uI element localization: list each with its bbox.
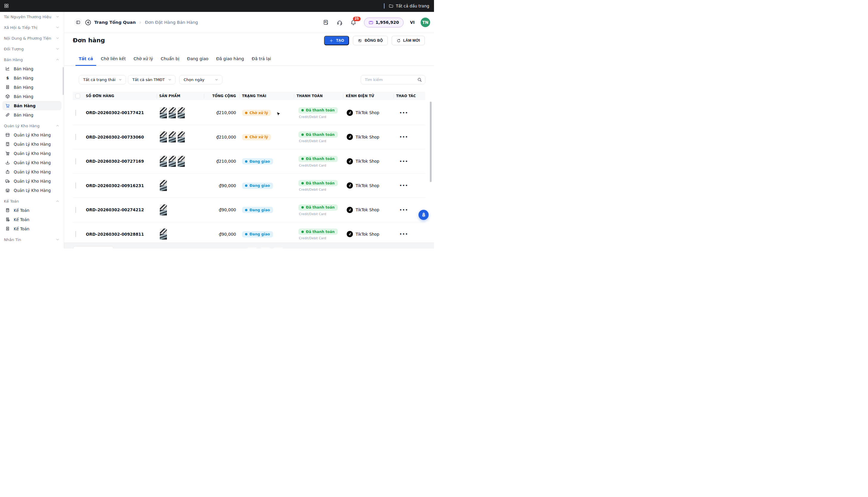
sidebar-section-header[interactable]: Quản Lý Kho Hàng — [0, 121, 64, 130]
marketplace-filter-dropdown[interactable]: Tất cả sàn TMĐT — [128, 75, 176, 84]
search-input[interactable] — [365, 77, 417, 82]
payment-badge: Đã thanh toán — [298, 180, 338, 186]
row-actions-menu[interactable]: ••• — [393, 159, 425, 164]
tab-đã-trả-lại[interactable]: Đã trả lại — [248, 56, 275, 66]
table-scrollbar[interactable] — [430, 102, 432, 182]
bookmarks-folder-label[interactable]: Tất cả dấu trang — [396, 3, 434, 8]
sidebar-section: Đối Tượng — [0, 44, 64, 53]
tab-chờ-liên-kết[interactable]: Chờ liên kết — [97, 56, 130, 66]
table-row[interactable]: ORD-20260302-00727169 ₫210,000 Đang giao… — [73, 149, 425, 174]
table-row[interactable]: ORD-20260302-00916231 ₫90,000 Đang giao … — [73, 174, 425, 198]
pagination-button[interactable] — [273, 247, 284, 248]
row-checkbox[interactable] — [75, 134, 76, 140]
product-thumbnail — [160, 229, 167, 240]
channel-label: TikTok Shop — [355, 208, 379, 212]
sidebar-item-icon — [5, 217, 10, 222]
row-checkbox[interactable] — [75, 110, 76, 116]
chevron-icon — [55, 36, 60, 40]
apps-grid-icon[interactable] — [4, 3, 9, 8]
sidebar-item[interactable]: Quản Lý Kho Hàng — [2, 186, 61, 195]
tab-chờ-xử-lý[interactable]: Chờ xử lý — [130, 56, 157, 66]
sidebar-item[interactable]: Kế Toán — [2, 205, 61, 215]
sync-icon — [358, 39, 362, 43]
status-dot-icon — [245, 136, 248, 138]
sidebar-item[interactable]: Kế Toán — [2, 224, 61, 233]
pagination-button[interactable] — [247, 247, 257, 248]
sidebar-item[interactable]: Bán Hàng — [2, 110, 61, 119]
row-checkbox[interactable] — [75, 207, 76, 213]
sidebar-item[interactable]: Bán Hàng — [2, 101, 61, 110]
page-size-selector[interactable] — [73, 246, 114, 248]
tab-tất-cả[interactable]: Tất cả — [75, 56, 97, 66]
plus-icon — [329, 39, 334, 43]
select-all-checkbox[interactable] — [75, 94, 80, 98]
product-thumbnails — [156, 107, 204, 118]
payment-method: Credit/Debit Card — [298, 212, 343, 216]
back-button[interactable] — [85, 19, 92, 26]
credits-pill[interactable]: 1,956,920 — [364, 18, 404, 27]
refresh-button[interactable]: LÀM MỚI — [392, 36, 425, 45]
language-selector[interactable]: VI — [410, 20, 415, 25]
sidebar-item[interactable]: Bán Hàng — [2, 73, 61, 83]
table-row[interactable]: ORD-20260302-00733060 ₫210,000 Chờ xử lý… — [73, 125, 425, 150]
table-row[interactable]: ORD-20260302-00928811 ₫90,000 Đang giao … — [73, 222, 425, 243]
sidebar-toggle-button[interactable] — [74, 19, 82, 26]
sidebar-item[interactable]: Quản Lý Kho Hàng — [2, 158, 61, 167]
sidebar-section-header[interactable]: Xã Hội & Tiếp Thị — [0, 23, 64, 32]
sidebar-item[interactable]: Kế Toán — [2, 215, 61, 224]
tab-đang-giao[interactable]: Đang giao — [183, 56, 212, 66]
create-button[interactable]: TẠO — [324, 36, 349, 45]
sidebar-item-icon — [5, 160, 10, 165]
search-icon[interactable] — [417, 77, 422, 82]
title-row: Đơn hàng TẠO ĐỒNG BỘ LÀM MỚI — [64, 33, 434, 48]
sidebar-item[interactable]: Quản Lý Kho Hàng — [2, 176, 61, 186]
sidebar-item[interactable]: Bán Hàng — [2, 83, 61, 92]
row-actions-menu[interactable]: ••• — [393, 183, 425, 188]
sidebar-item[interactable]: Quản Lý Kho Hàng — [2, 149, 61, 158]
sidebar-section-label: Tự Động Hóa — [4, 248, 55, 249]
sidebar-item[interactable]: Bán Hàng — [2, 92, 61, 101]
page-header: Trang Tổng Quan Đơn Đặt Hàng Bán Hàng 25… — [64, 12, 434, 33]
sync-button[interactable]: ĐỒNG BỘ — [353, 36, 388, 45]
status-filter-dropdown[interactable]: Tất cả trạng thái — [79, 75, 126, 84]
table-row[interactable]: ORD-20260302-00177421 ₫210,000 Chờ xử lý… — [73, 101, 425, 125]
sidebar-section-header[interactable]: Bán Hàng — [0, 55, 64, 64]
support-headset-icon[interactable] — [337, 19, 343, 26]
sidebar-item[interactable]: Quản Lý Kho Hàng — [2, 167, 61, 176]
table-header-row: SỐ ĐƠN HÀNG SẢN PHẨM TỔNG CỘNG TRẠNG THÁ… — [73, 92, 425, 100]
sidebar-item[interactable]: Quản Lý Kho Hàng — [2, 140, 61, 149]
sidebar-section-header[interactable]: Đối Tượng — [0, 44, 64, 53]
avatar[interactable]: TN — [421, 18, 430, 27]
tab-chuẩn-bị[interactable]: Chuẩn bị — [157, 56, 183, 66]
status-badge: Chờ xử lý — [242, 134, 271, 140]
row-actions-menu[interactable]: ••• — [393, 111, 425, 115]
sidebar-item[interactable]: Quản Lý Kho Hàng — [2, 130, 61, 140]
pagination-button[interactable] — [260, 247, 271, 248]
table-row[interactable]: ORD-20260302-00274212 ₫90,000 Đang giao … — [73, 198, 425, 222]
row-actions-menu[interactable]: ••• — [393, 232, 425, 236]
row-actions-menu[interactable]: ••• — [393, 135, 425, 139]
sidebar-section-header[interactable]: Nhắn Tin — [0, 235, 64, 244]
tab-đã-giao-hàng[interactable]: Đã giao hàng — [212, 56, 248, 66]
sidebar-item[interactable]: Bán Hàng — [2, 64, 61, 73]
row-checkbox[interactable] — [75, 231, 76, 237]
date-filter-dropdown[interactable]: Chọn ngày — [179, 75, 222, 84]
row-checkbox[interactable] — [75, 158, 76, 165]
sidebar-item-icon — [5, 188, 10, 193]
sidebar-section-header[interactable]: Nội Dung & Phương Tiện — [0, 34, 64, 43]
product-thumbnail — [160, 131, 167, 142]
sidebar-section-header[interactable]: Tài Nguyên Thương Hiệu — [0, 12, 64, 21]
sidebar-section-label: Xã Hội & Tiếp Thị — [4, 25, 55, 30]
refresh-icon — [396, 39, 401, 43]
sidebar-scrollbar[interactable] — [62, 67, 64, 95]
notifications-button[interactable]: 25 — [350, 19, 356, 26]
breadcrumb-parent[interactable]: Trang Tổng Quan — [94, 20, 136, 25]
announcements-fab[interactable] — [419, 210, 429, 220]
sidebar-section: Kế Toán Kế Toán Kế Toán Kế Toán — [0, 197, 64, 233]
row-checkbox[interactable] — [75, 182, 76, 189]
chevron-down-icon — [215, 78, 219, 82]
sidebar-section-header[interactable]: Tự Động Hóa — [0, 246, 64, 248]
sidebar-section-header[interactable]: Kế Toán — [0, 197, 64, 205]
ai-assistant-icon[interactable] — [323, 19, 329, 26]
notification-count-badge: 25 — [353, 17, 361, 21]
